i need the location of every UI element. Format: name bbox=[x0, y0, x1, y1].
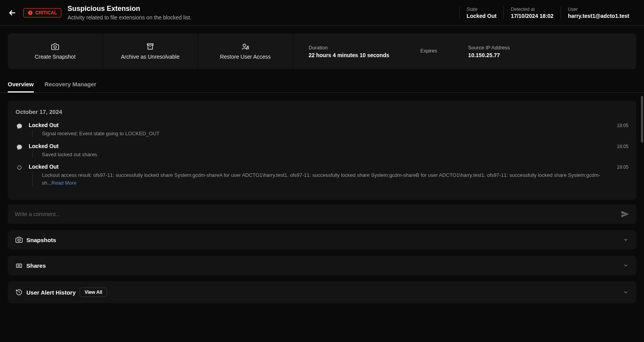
tab-recovery-manager[interactable]: Recovery Manager bbox=[45, 77, 96, 92]
page-header: CRITICAL Suspicious Extension Activity r… bbox=[0, 0, 644, 26]
header-meta: State Locked Out Detected at 17/10/2024 … bbox=[459, 7, 636, 19]
event-desc: Saved locked out shares bbox=[32, 151, 611, 159]
restore-access-label: Restore User Access bbox=[204, 54, 286, 60]
event-desc: Signal received; Event state going to LO… bbox=[32, 130, 611, 138]
title-block: Suspicious Extension Activity related to… bbox=[68, 5, 453, 21]
svg-rect-6 bbox=[246, 47, 248, 49]
alert-history-title: User Alert History bbox=[26, 289, 76, 296]
meta-detected: Detected at 17/10/2024 18:02 bbox=[503, 7, 561, 19]
archive-button[interactable]: Archive as Unresolvable bbox=[103, 33, 198, 69]
arrow-left-icon bbox=[8, 8, 17, 17]
chevron-down-icon bbox=[623, 237, 628, 243]
timeline-event: Locked Out Saved locked out shares 18:05 bbox=[16, 143, 628, 159]
comment-icon bbox=[16, 123, 23, 129]
svg-point-3 bbox=[54, 46, 57, 49]
meta-user: User harry.test1@adcto1.test bbox=[561, 7, 636, 19]
timeline-card: October 17, 2024 Locked Out Signal recei… bbox=[8, 101, 636, 200]
svg-point-7 bbox=[17, 166, 21, 169]
alert-circle-icon bbox=[28, 10, 33, 16]
event-desc: Lockout access result: ofs97-11: success… bbox=[32, 171, 611, 187]
send-button[interactable] bbox=[621, 210, 629, 218]
history-icon bbox=[16, 289, 23, 296]
meta-user-label: User bbox=[568, 7, 629, 12]
chevron-down-icon bbox=[623, 263, 628, 268]
source-ip-label: Source IP Address bbox=[468, 45, 510, 51]
scrollbar-thumb[interactable] bbox=[641, 96, 643, 143]
restore-access-button[interactable]: Restore User Access bbox=[198, 33, 293, 69]
severity-text: CRITICAL bbox=[35, 10, 57, 16]
event-time: 18:05 bbox=[617, 143, 628, 159]
meta-state-label: State bbox=[467, 7, 496, 12]
svg-rect-9 bbox=[16, 264, 22, 267]
comment-box bbox=[8, 204, 636, 224]
event-title: Locked Out bbox=[29, 164, 611, 170]
shares-icon bbox=[16, 262, 23, 269]
snapshots-title: Snapshots bbox=[26, 237, 56, 243]
event-time: 18:05 bbox=[617, 122, 628, 138]
create-snapshot-label: Create Snapshot bbox=[14, 54, 96, 60]
event-time: 18:05 bbox=[617, 164, 628, 187]
view-all-button[interactable]: View All bbox=[80, 288, 107, 297]
event-title: Locked Out bbox=[29, 122, 611, 128]
expires-label: Expires bbox=[420, 48, 437, 54]
chevron-down-icon bbox=[623, 290, 628, 295]
read-more-link[interactable]: Read More bbox=[52, 180, 76, 186]
svg-point-8 bbox=[18, 239, 20, 241]
info-block: Duration 22 hours 4 minutes 10 seconds E… bbox=[293, 33, 636, 69]
svg-rect-1 bbox=[30, 11, 30, 13]
archive-label: Archive as Unresolvable bbox=[109, 54, 191, 60]
snapshots-panel[interactable]: Snapshots bbox=[8, 230, 636, 250]
duration-value: 22 hours 4 minutes 10 seconds bbox=[309, 52, 389, 58]
svg-point-5 bbox=[243, 44, 246, 47]
event-desc-text: Lockout access result: ofs97-11: success… bbox=[42, 172, 600, 186]
svg-rect-4 bbox=[148, 44, 153, 45]
content-area: October 17, 2024 Locked Out Signal recei… bbox=[0, 93, 644, 311]
alert-history-panel[interactable]: User Alert History View All bbox=[8, 281, 636, 303]
event-title: Locked Out bbox=[29, 143, 611, 149]
create-snapshot-button[interactable]: Create Snapshot bbox=[8, 33, 103, 69]
meta-user-value: harry.test1@adcto1.test bbox=[568, 13, 629, 19]
shares-title: Shares bbox=[26, 262, 46, 269]
timeline-event: Locked Out Signal received; Event state … bbox=[16, 122, 628, 138]
timeline-date: October 17, 2024 bbox=[16, 108, 628, 115]
timeline-event: Locked Out Lockout access result: ofs97-… bbox=[16, 164, 628, 187]
back-button[interactable] bbox=[8, 8, 17, 17]
send-icon bbox=[621, 210, 629, 218]
archive-icon bbox=[146, 43, 154, 51]
severity-badge: CRITICAL bbox=[23, 8, 61, 17]
info-source-ip: Source IP Address 10.150.25.77 bbox=[468, 45, 510, 58]
source-ip-value: 10.150.25.77 bbox=[468, 52, 510, 58]
meta-state-value: Locked Out bbox=[467, 13, 496, 19]
duration-label: Duration bbox=[309, 45, 389, 51]
tab-overview[interactable]: Overview bbox=[8, 77, 34, 92]
camera-icon bbox=[51, 43, 59, 51]
info-expires: Expires bbox=[420, 48, 437, 55]
action-bar: Create Snapshot Archive as Unresolvable … bbox=[8, 33, 636, 69]
page-title: Suspicious Extension bbox=[68, 5, 453, 13]
tab-bar: Overview Recovery Manager bbox=[0, 77, 644, 93]
user-lock-icon bbox=[241, 43, 249, 51]
comment-input[interactable] bbox=[15, 211, 621, 217]
info-duration: Duration 22 hours 4 minutes 10 seconds bbox=[309, 45, 389, 58]
page-subtitle: Activity related to file extensions on t… bbox=[68, 14, 453, 21]
meta-detected-value: 17/10/2024 18:02 bbox=[511, 13, 554, 19]
circle-icon bbox=[17, 165, 22, 170]
svg-rect-2 bbox=[30, 14, 30, 14]
meta-detected-label: Detected at bbox=[511, 7, 554, 12]
meta-state: State Locked Out bbox=[459, 7, 503, 19]
camera-icon bbox=[16, 236, 23, 243]
comment-icon bbox=[16, 144, 23, 150]
shares-panel[interactable]: Shares bbox=[8, 256, 636, 275]
